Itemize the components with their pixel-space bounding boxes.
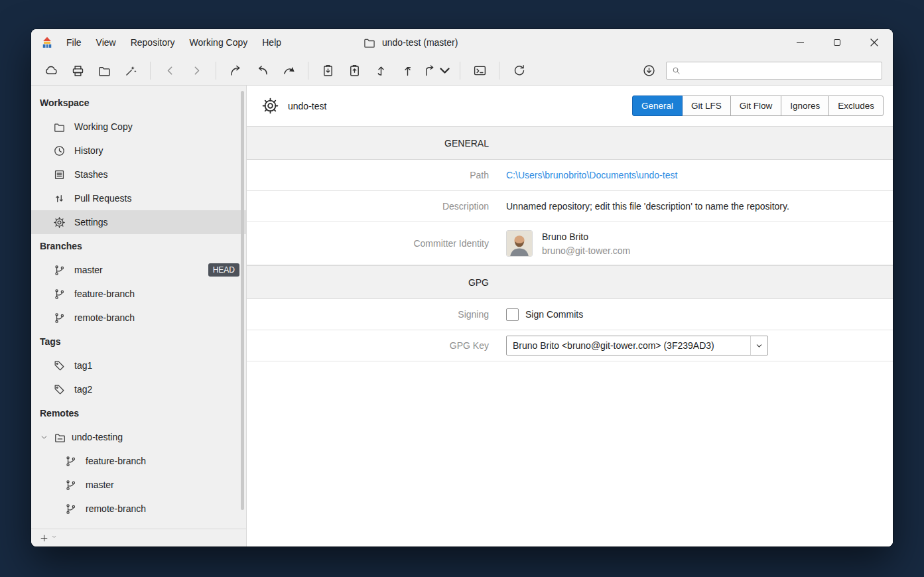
cloud-services-button[interactable] bbox=[38, 59, 64, 82]
sidebar-item-tag1[interactable]: tag1 bbox=[31, 353, 246, 377]
tower-app-icon bbox=[40, 36, 54, 49]
description-row: Description Unnamed repository; edit thi… bbox=[247, 191, 893, 222]
sidebar-item-branch-feature-branch[interactable]: feature-branch bbox=[31, 282, 246, 306]
sidebar-section-tags: Tags bbox=[31, 330, 246, 353]
folder-icon bbox=[363, 36, 376, 49]
branch-icon bbox=[64, 479, 77, 491]
path-link[interactable]: C:\Users\brunobrito\Documents\undo-test bbox=[506, 170, 677, 180]
sidebar-item-working-copy[interactable]: Working Copy bbox=[31, 115, 246, 139]
actions-wand-button[interactable] bbox=[117, 59, 144, 82]
empty-area bbox=[247, 361, 893, 546]
stash-box-icon bbox=[53, 168, 66, 181]
tab-git-flow[interactable]: Git Flow bbox=[730, 96, 782, 116]
forward-button[interactable] bbox=[183, 59, 210, 82]
checkout-button[interactable] bbox=[222, 59, 249, 82]
section-header-label: GPG bbox=[247, 277, 489, 288]
stash-apply-button[interactable] bbox=[341, 59, 367, 82]
sidebar-item-stashes[interactable]: Stashes bbox=[31, 162, 246, 186]
sidebar-item-label: master bbox=[74, 265, 103, 275]
menu-repository[interactable]: Repository bbox=[123, 29, 182, 56]
pull-button[interactable] bbox=[367, 59, 394, 82]
sidebar-item-label: remote-branch bbox=[74, 312, 135, 323]
maximize-icon bbox=[834, 39, 840, 46]
minimize-button[interactable] bbox=[781, 29, 819, 56]
search-icon bbox=[671, 66, 681, 76]
add-button[interactable] bbox=[37, 531, 50, 545]
sidebar-item-label: Working Copy bbox=[74, 121, 133, 132]
path-label: Path bbox=[247, 170, 489, 180]
tab-ignores[interactable]: Ignores bbox=[781, 96, 829, 116]
open-repository-button[interactable] bbox=[91, 59, 117, 82]
chevron-down-icon[interactable] bbox=[40, 433, 48, 442]
menu-file[interactable]: File bbox=[59, 29, 89, 56]
chevron-down-icon bbox=[51, 534, 57, 540]
history-clock-icon bbox=[53, 145, 66, 157]
tab-git-lfs[interactable]: Git LFS bbox=[682, 96, 731, 116]
sidebar-item-label: feature-branch bbox=[86, 456, 146, 466]
sidebar-item-label: undo-testing bbox=[72, 432, 123, 442]
printer-icon bbox=[71, 64, 85, 78]
share-arrow-icon bbox=[229, 64, 243, 78]
terminal-button[interactable] bbox=[466, 59, 493, 82]
stash-save-button[interactable] bbox=[314, 59, 341, 82]
gear-icon bbox=[261, 97, 279, 115]
sidebar-item-remote-undo-testing[interactable]: undo-testing bbox=[31, 425, 246, 449]
branch-icon bbox=[53, 264, 66, 277]
sidebar-item-branch-remote-branch[interactable]: remote-branch bbox=[31, 306, 246, 330]
updates-button[interactable] bbox=[635, 59, 662, 82]
toolbar-separator bbox=[150, 62, 151, 80]
cloud-icon bbox=[44, 64, 58, 78]
repo-title: undo-test bbox=[288, 101, 326, 111]
toolbar-separator bbox=[216, 62, 216, 80]
tab-general[interactable]: General bbox=[632, 96, 683, 116]
tag-icon bbox=[53, 383, 66, 396]
gpg-key-select[interactable]: Bruno Brito <bruno@git-tower.com> (3F239… bbox=[506, 336, 768, 355]
section-header-label: GENERAL bbox=[247, 138, 489, 149]
merge-icon bbox=[423, 64, 436, 78]
print-button[interactable] bbox=[64, 59, 91, 82]
committer-name: Bruno Brito bbox=[542, 231, 630, 242]
maximize-button[interactable] bbox=[819, 29, 856, 56]
committer-identity-row: Committer Identity Bruno Brito bruno@git… bbox=[247, 222, 893, 265]
section-header-gpg: GPG bbox=[247, 265, 893, 299]
window-controls bbox=[781, 29, 893, 56]
add-menu-button[interactable] bbox=[51, 534, 59, 542]
pull-request-icon bbox=[53, 192, 66, 205]
wand-icon bbox=[124, 64, 138, 78]
sidebar-section-remotes: Remotes bbox=[31, 401, 246, 425]
sidebar-item-branch-master[interactable]: master HEAD bbox=[31, 258, 246, 282]
search-input[interactable] bbox=[685, 66, 877, 76]
commit-button[interactable] bbox=[275, 59, 302, 82]
sidebar-item-pull-requests[interactable]: Pull Requests bbox=[31, 186, 246, 210]
sidebar-item-tag2[interactable]: tag2 bbox=[31, 377, 246, 401]
folder-icon bbox=[98, 64, 111, 78]
sidebar-section-workspace: Workspace bbox=[31, 91, 246, 115]
sidebar-item-label: remote-branch bbox=[86, 503, 146, 514]
sidebar-item-settings[interactable]: Settings bbox=[31, 210, 246, 234]
sidebar-item-history[interactable]: History bbox=[31, 139, 246, 162]
sidebar-item-remote-remote-branch[interactable]: remote-branch bbox=[31, 497, 246, 521]
branch-icon bbox=[64, 455, 77, 468]
sidebar-item-label: Pull Requests bbox=[74, 193, 131, 204]
menu-view[interactable]: View bbox=[89, 29, 123, 56]
sidebar-scrollbar[interactable] bbox=[241, 91, 244, 510]
sign-commits-checkbox[interactable] bbox=[506, 308, 519, 321]
merge-button[interactable] bbox=[421, 59, 454, 82]
sidebar-item-remote-feature-branch[interactable]: feature-branch bbox=[31, 449, 246, 473]
section-header-general: GENERAL bbox=[247, 126, 893, 160]
push-button[interactable] bbox=[394, 59, 421, 82]
tab-excludes[interactable]: Excludes bbox=[828, 96, 884, 116]
head-badge: HEAD bbox=[208, 263, 239, 277]
menubar: File View Repository Working Copy Help bbox=[59, 29, 289, 56]
refresh-button[interactable] bbox=[505, 59, 532, 82]
search-box bbox=[666, 62, 882, 80]
titlebar: File View Repository Working Copy Help u… bbox=[31, 29, 893, 56]
back-button[interactable] bbox=[157, 59, 183, 82]
sidebar-item-remote-master[interactable]: master bbox=[31, 473, 246, 497]
menu-working-copy[interactable]: Working Copy bbox=[182, 29, 255, 56]
sidebar-item-label: History bbox=[74, 145, 103, 156]
sidebar-section-branches: Branches bbox=[31, 234, 246, 258]
discard-button[interactable] bbox=[249, 59, 275, 82]
menu-help[interactable]: Help bbox=[255, 29, 289, 56]
close-button[interactable] bbox=[856, 29, 893, 56]
